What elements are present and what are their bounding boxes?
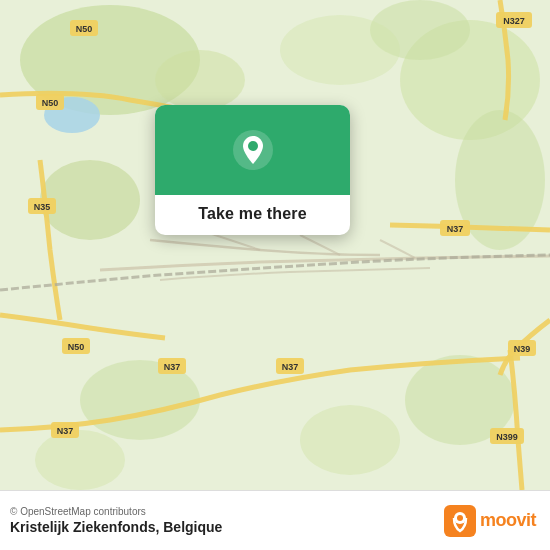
location-name: Kristelijk Ziekenfonds, Belgique [10,519,222,535]
svg-text:N37: N37 [57,426,74,436]
popup-header [155,105,350,195]
moovit-logo[interactable]: moovit [444,505,536,537]
svg-text:N37: N37 [447,224,464,234]
svg-text:N37: N37 [164,362,181,372]
map-area: N50 N327 N50 N35 N37 N50 N37 N37 N37 N39… [0,0,550,490]
svg-text:N39: N39 [514,344,531,354]
svg-text:N50: N50 [76,24,93,34]
svg-text:N50: N50 [42,98,59,108]
location-popup: Take me there [155,105,350,235]
svg-text:N327: N327 [503,16,525,26]
svg-point-11 [300,405,400,475]
moovit-text: moovit [480,510,536,531]
location-pin-icon [231,128,275,172]
svg-point-7 [155,50,245,110]
svg-point-39 [457,515,463,521]
take-me-there-button[interactable]: Take me there [155,195,350,235]
svg-point-10 [35,430,125,490]
moovit-icon [444,505,476,537]
svg-text:N35: N35 [34,202,51,212]
svg-text:N37: N37 [282,362,299,372]
copyright-text: © OpenStreetMap contributors [10,506,222,517]
svg-text:N399: N399 [496,432,518,442]
location-info: © OpenStreetMap contributors Kristelijk … [10,506,222,535]
bottom-bar: © OpenStreetMap contributors Kristelijk … [0,490,550,550]
svg-point-6 [280,15,400,85]
svg-point-36 [248,141,258,151]
svg-text:N50: N50 [68,342,85,352]
